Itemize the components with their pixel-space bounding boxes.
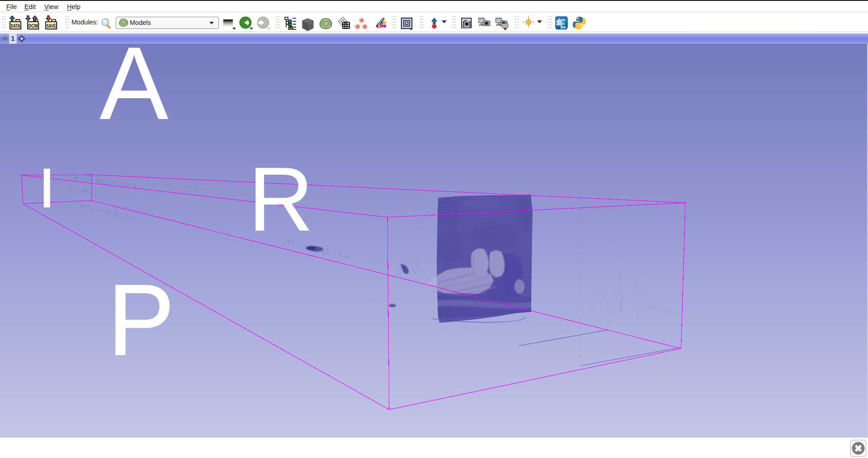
svg-text:P: P xyxy=(108,264,175,376)
svg-text:SAVE: SAVE xyxy=(47,23,56,29)
svg-text:R: R xyxy=(248,148,313,249)
svg-text:A: A xyxy=(99,44,169,141)
svg-text:DATA: DATA xyxy=(11,23,20,29)
svg-text:DCM: DCM xyxy=(28,23,38,29)
svg-text:I: I xyxy=(39,157,55,219)
